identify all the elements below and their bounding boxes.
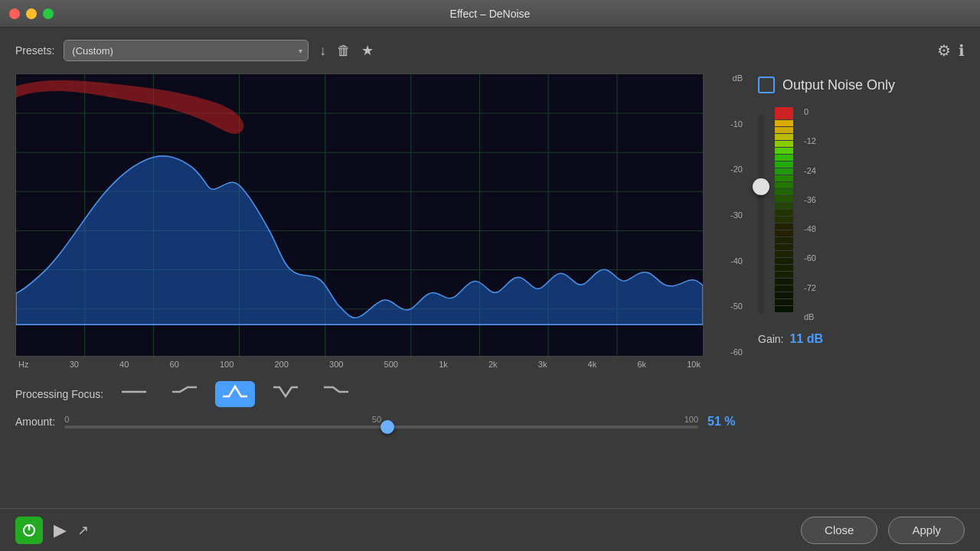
- delete-preset-button[interactable]: 🗑: [335, 41, 352, 60]
- svg-rect-35: [775, 251, 793, 257]
- focus-high-cut-button[interactable]: [316, 381, 356, 407]
- favorite-preset-button[interactable]: ★: [360, 41, 375, 60]
- power-icon: [22, 523, 36, 537]
- window-title: Effect – DeNoise: [450, 8, 531, 20]
- power-button[interactable]: [15, 517, 43, 544]
- processing-focus-label: Processing Focus:: [15, 388, 103, 400]
- spectrum-svg: [16, 74, 703, 356]
- freq-40: 40: [119, 360, 129, 369]
- presets-label: Presets:: [15, 44, 54, 57]
- freq-300: 300: [329, 360, 343, 369]
- freq-500: 500: [384, 360, 398, 369]
- meter-label-60: -60: [804, 253, 816, 262]
- preset-action-icons: ↓ 🗑 ★: [318, 41, 375, 60]
- presets-select-wrapper[interactable]: (Custom) Light Denoise Medium Denoise He…: [64, 40, 309, 61]
- freq-labels: Hz 30 40 60 100 200 300 500 1k 2k 3k 4k …: [15, 360, 704, 369]
- play-button[interactable]: ▶: [54, 520, 67, 540]
- dialog-buttons: Close Apply: [801, 517, 965, 544]
- svg-rect-22: [775, 161, 793, 168]
- gain-value: 11 dB: [789, 332, 823, 346]
- high-cut-icon: [322, 384, 350, 399]
- db-label-50: -50: [707, 302, 743, 311]
- svg-rect-20: [775, 148, 793, 154]
- focus-low-cut-button[interactable]: [165, 381, 204, 407]
- svg-rect-38: [775, 272, 793, 278]
- noise-profile-shape: [16, 80, 243, 134]
- meter-label-36: -36: [804, 195, 816, 204]
- svg-rect-27: [775, 196, 793, 202]
- gain-label: Gain:: [758, 333, 783, 345]
- window-controls[interactable]: [9, 8, 54, 19]
- freq-30: 30: [70, 360, 79, 369]
- freq-3k: 3k: [538, 360, 547, 369]
- freq-100: 100: [220, 360, 234, 369]
- meter-svg: [773, 107, 795, 314]
- export-button[interactable]: ↗: [77, 522, 89, 539]
- gain-slider-handle[interactable]: [753, 178, 769, 195]
- svg-rect-17: [775, 127, 793, 133]
- settings-icon[interactable]: ⚙: [937, 41, 951, 60]
- save-preset-button[interactable]: ↓: [318, 41, 328, 60]
- svg-rect-42: [775, 299, 793, 305]
- svg-rect-15: [775, 107, 793, 119]
- minimize-window-button[interactable]: [26, 8, 37, 19]
- svg-rect-30: [775, 217, 793, 223]
- svg-rect-29: [775, 210, 793, 216]
- spectrum-canvas: [15, 73, 704, 357]
- db-label-40: -40: [707, 256, 743, 266]
- svg-rect-16: [775, 120, 793, 126]
- freq-axis: Hz 30 40 60 100 200 300 500 1k 2k 3k 4k …: [15, 357, 746, 372]
- maximize-window-button[interactable]: [43, 8, 54, 19]
- amount-value: 51 %: [707, 415, 746, 429]
- freq-10k: 10k: [687, 360, 701, 369]
- db-label-10: -10: [707, 119, 743, 129]
- freq-hz: Hz: [18, 360, 28, 369]
- svg-rect-18: [775, 134, 793, 140]
- svg-rect-34: [775, 244, 793, 250]
- svg-rect-41: [775, 292, 793, 298]
- db-label-20: -20: [707, 165, 743, 174]
- svg-rect-19: [775, 141, 793, 147]
- focus-mid-boost-button[interactable]: [215, 381, 255, 407]
- processing-focus-row: Processing Focus:: [15, 381, 746, 407]
- svg-rect-21: [775, 155, 793, 161]
- close-window-button[interactable]: [9, 8, 20, 19]
- presets-select[interactable]: (Custom) Light Denoise Medium Denoise He…: [64, 40, 309, 61]
- transport-controls: ▶ ↗: [15, 517, 89, 544]
- meter-label-0: 0: [804, 107, 816, 116]
- svg-rect-24: [775, 175, 793, 181]
- svg-rect-36: [775, 258, 793, 264]
- presets-row: Presets: (Custom) Light Denoise Medium D…: [15, 40, 965, 61]
- spectrum-wrapper: dB -10 -20 -30 -40 -50 -60: [15, 73, 746, 357]
- apply-button[interactable]: Apply: [888, 517, 965, 544]
- level-meter: [773, 107, 795, 314]
- db-label-top: dB: [707, 73, 743, 83]
- close-button[interactable]: Close: [801, 517, 877, 544]
- gain-row: Gain: 11 dB: [758, 332, 965, 346]
- amount-slider[interactable]: [64, 425, 698, 429]
- freq-200: 200: [275, 360, 289, 369]
- flat-line-icon: [120, 384, 148, 399]
- freq-60: 60: [170, 360, 179, 369]
- dip-icon: [272, 384, 299, 399]
- focus-flat-button[interactable]: [114, 381, 154, 407]
- output-noise-only-checkbox[interactable]: [758, 77, 775, 93]
- gain-slider-track[interactable]: [758, 115, 764, 314]
- output-noise-only-row: Output Noise Only: [758, 77, 965, 93]
- meter-label-24: -24: [804, 166, 816, 175]
- freq-2k: 2k: [488, 360, 498, 369]
- main-content: Presets: (Custom) Light Denoise Medium D…: [0, 28, 980, 441]
- svg-rect-26: [775, 189, 793, 195]
- amount-row: Amount: 0 50 100 51 %: [15, 415, 746, 429]
- meter-area: 0 -12 -24 -36 -48 -60 -72 dB: [758, 107, 965, 321]
- title-bar: Effect – DeNoise: [0, 0, 980, 28]
- meter-label-48: -48: [804, 224, 816, 233]
- output-noise-only-label: Output Noise Only: [782, 77, 895, 93]
- db-axis: dB -10 -20 -30 -40 -50 -60: [704, 73, 746, 357]
- amount-slider-wrapper: 0 50 100: [64, 415, 698, 429]
- right-panel: Output Noise Only: [758, 73, 965, 429]
- amount-label: Amount:: [15, 416, 55, 428]
- info-icon[interactable]: ℹ: [959, 41, 965, 60]
- focus-dip-button[interactable]: [266, 381, 305, 407]
- meter-label-12: -12: [804, 136, 816, 145]
